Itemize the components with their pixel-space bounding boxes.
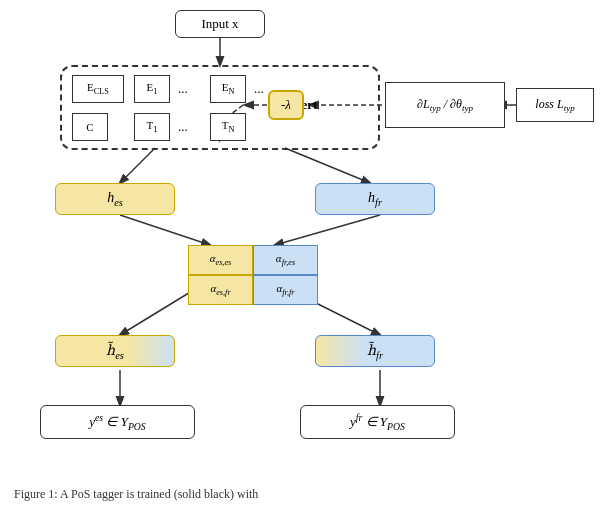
neg-lambda-box: -λ — [268, 90, 304, 120]
en-box: EN — [210, 75, 246, 103]
alpha-es-fr-box: αes,fr — [188, 275, 253, 305]
c-label: C — [86, 121, 93, 133]
c-box: C — [72, 113, 108, 141]
gradient-label: ∂Ltyp / ∂θtyp — [417, 97, 473, 113]
en-label: EN — [222, 81, 235, 96]
e1-label: E1 — [147, 81, 158, 96]
svg-line-1 — [120, 148, 155, 183]
alpha-es-es-label: αes,es — [210, 252, 232, 267]
svg-line-3 — [120, 215, 210, 245]
alpha-es-es-box: αes,es — [188, 245, 253, 275]
input-label: Input x — [201, 16, 238, 32]
h-es-label: hes — [107, 190, 123, 208]
alpha-fr-es-label: αfr,es — [276, 252, 295, 267]
ellipsis1: ... — [178, 81, 188, 97]
ellipsis2: ... — [254, 81, 264, 97]
h-tilde-fr-box: h̃fr — [315, 335, 435, 367]
alpha-fr-fr-label: αfr,fr — [277, 282, 295, 297]
h-fr-box: hfr — [315, 183, 435, 215]
ellipsis3: ... — [178, 119, 188, 135]
e1-box: E1 — [134, 75, 170, 103]
loss-box: loss Ltyp — [516, 88, 594, 122]
mbert-container: ECLS E1 ... EN ... C T1 ... TN mBert — [60, 65, 380, 150]
h-tilde-es-box: h̃es — [55, 335, 175, 367]
svg-line-4 — [275, 215, 380, 245]
alpha-es-fr-label: αes,fr — [210, 282, 230, 297]
h-es-box: hes — [55, 183, 175, 215]
e-cls-box: ECLS — [72, 75, 124, 103]
svg-line-2 — [285, 148, 370, 183]
y-fr-box: yfr ∈ YPOS — [300, 405, 455, 439]
input-box: Input x — [175, 10, 265, 38]
caption-text: Figure 1: A PoS tagger is trained (solid… — [14, 487, 258, 501]
t1-label: T1 — [147, 119, 158, 134]
alpha-fr-es-box: αfr,es — [253, 245, 318, 275]
h-tilde-es-label: h̃es — [106, 342, 124, 361]
y-es-box: yes ∈ YPOS — [40, 405, 195, 439]
neg-lambda-label: -λ — [281, 97, 291, 113]
e-cls-label: ECLS — [87, 81, 109, 96]
t1-box: T1 — [134, 113, 170, 141]
gradient-box: ∂Ltyp / ∂θtyp — [385, 82, 505, 128]
y-fr-label: yfr ∈ YPOS — [350, 412, 405, 432]
architecture-diagram: Input x ECLS E1 ... EN ... C T1 ... TN — [0, 0, 606, 480]
h-tilde-fr-label: h̃fr — [367, 342, 383, 361]
loss-label: loss Ltyp — [535, 97, 574, 113]
tn-box: TN — [210, 113, 246, 141]
tn-label: TN — [222, 119, 235, 134]
caption: Figure 1: A PoS tagger is trained (solid… — [0, 487, 606, 502]
y-es-label: yes ∈ YPOS — [89, 412, 146, 432]
h-fr-label: hfr — [368, 190, 382, 208]
alpha-fr-fr-box: αfr,fr — [253, 275, 318, 305]
